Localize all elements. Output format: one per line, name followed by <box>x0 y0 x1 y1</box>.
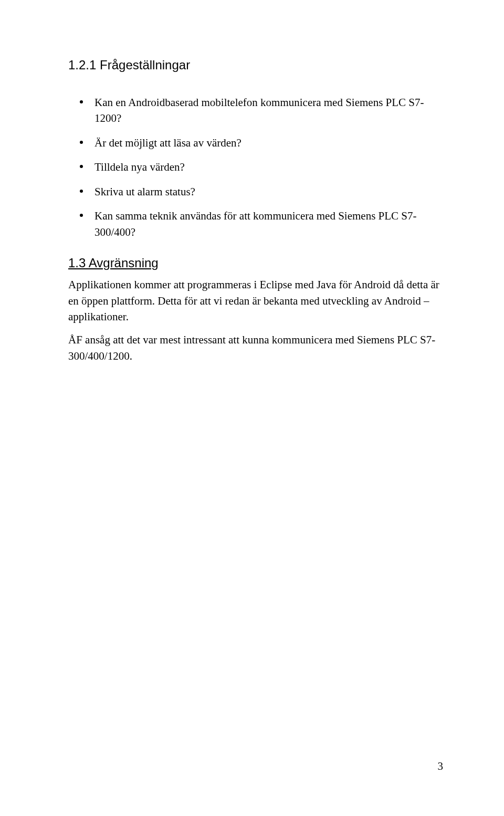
list-item: Skriva ut alarm status? <box>68 184 441 200</box>
question-bullet-list: Kan en Androidbaserad mobiltelefon kommu… <box>68 95 441 240</box>
document-page: 1.2.1 Frågeställningar Kan en Androidbas… <box>0 0 504 816</box>
list-item: Kan en Androidbaserad mobiltelefon kommu… <box>68 95 441 127</box>
list-item: Är det möjligt att läsa av värden? <box>68 135 441 151</box>
page-number: 3 <box>438 760 444 773</box>
list-item: Kan samma teknik användas för att kommun… <box>68 208 441 240</box>
section-heading-scope: 1.3 Avgränsning <box>68 256 441 270</box>
list-item: Tilldela nya värden? <box>68 159 441 175</box>
body-paragraph: Applikationen kommer att programmeras i … <box>68 277 441 325</box>
section-heading-questions: 1.2.1 Frågeställningar <box>68 58 441 72</box>
body-paragraph: ÅF ansåg att det var mest intressant att… <box>68 332 441 364</box>
